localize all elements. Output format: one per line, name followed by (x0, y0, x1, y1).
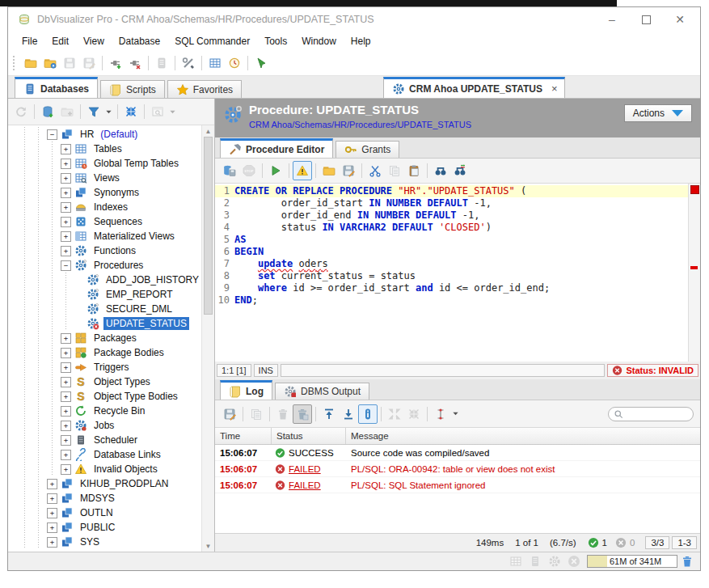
save-as-button[interactable] (339, 161, 358, 180)
column-status[interactable]: Status (272, 428, 346, 444)
tree-item-object-type-bodies[interactable]: +SObject Type Bodies (8, 389, 201, 404)
scroll-top-button[interactable] (319, 404, 339, 424)
memory-indicator[interactable]: 61M of 341M (587, 555, 677, 568)
refresh-button[interactable] (11, 102, 31, 121)
minimize-button[interactable]: – (595, 9, 629, 30)
tree-scrollbar[interactable]: ▲ ▼ (201, 125, 214, 552)
code-line-7[interactable]: 7 update oders (215, 258, 688, 270)
tree-item-indexes[interactable]: +Indexes (8, 200, 201, 214)
caret-down-button[interactable] (167, 102, 178, 121)
open-folder-settings-button[interactable] (40, 53, 60, 73)
tree-item-secure-dml[interactable]: SECURE_DML (8, 302, 201, 316)
log-row[interactable]: 15:06:07SUCCESSSource code was compiled/… (215, 445, 700, 461)
tree-expander-icon[interactable]: + (61, 450, 71, 460)
tree-item-outln[interactable]: +OUTLN (8, 506, 201, 520)
tree-expander-icon[interactable]: + (61, 406, 71, 417)
tab-favorites[interactable]: Favorites (167, 80, 242, 98)
tree-item-recycle-bin[interactable]: +Recycle Bin (8, 404, 201, 418)
code-line-6[interactable]: 6BEGIN (215, 246, 688, 258)
caret-down-button[interactable] (103, 102, 114, 121)
menu-view[interactable]: View (76, 33, 112, 49)
tree-expander-icon[interactable]: + (61, 435, 71, 446)
tree-expander-icon[interactable]: + (47, 493, 57, 504)
copy-button[interactable] (385, 161, 404, 180)
tree-item-triggers[interactable]: +Triggers (8, 360, 201, 374)
connect-button[interactable] (106, 53, 125, 73)
tree-item-kihub-prodplan[interactable]: +KIHUB_PRODPLAN (8, 476, 201, 491)
disconnect-button[interactable] (125, 53, 145, 73)
expand-button[interactable] (385, 404, 404, 424)
menu-edit[interactable]: Edit (44, 33, 76, 49)
scroll-bottom-button[interactable] (339, 404, 358, 424)
tree-item-global-temp-tables[interactable]: +Global Temp Tables (8, 156, 201, 171)
column-time[interactable]: Time (215, 428, 272, 444)
row-filter-button[interactable] (431, 404, 450, 424)
add-folder-button[interactable] (57, 102, 77, 121)
tree-expander-icon[interactable]: + (61, 246, 71, 256)
tree-item-functions[interactable]: +Functions (8, 243, 201, 258)
actions-button[interactable]: Actions (624, 104, 692, 122)
tree-item-procedures[interactable]: −Procedures (8, 258, 201, 273)
run-button[interactable] (266, 161, 285, 180)
find-replace-button[interactable] (450, 161, 470, 180)
tree-expander-icon[interactable]: + (61, 348, 71, 358)
tree-expander-icon[interactable]: + (47, 508, 57, 518)
error-marker-icon[interactable] (690, 185, 699, 194)
tree-expander-icon[interactable]: + (61, 421, 71, 431)
tree-item-object-types[interactable]: +SObject Types (8, 374, 201, 389)
scroll-down-icon[interactable]: ▼ (202, 540, 214, 552)
tree-item-tables[interactable]: +Tables (8, 142, 201, 156)
tab-close-icon[interactable]: × (551, 82, 558, 95)
tree-expander-icon[interactable]: + (61, 188, 71, 198)
tree-item-public[interactable]: +PUBLIC (8, 520, 201, 535)
tree-item-update-status[interactable]: UPDATE_STATUS (8, 316, 201, 331)
server-button[interactable] (152, 53, 171, 73)
code-line-10[interactable]: 10END; (215, 294, 688, 307)
tree-item-sys[interactable]: +SYS (8, 535, 201, 549)
garbage-collect-icon[interactable] (681, 555, 694, 568)
collapse-all-button[interactable] (121, 102, 141, 121)
save-procedure-button[interactable] (220, 161, 239, 180)
monitor-button[interactable] (225, 53, 244, 73)
x-circle-gray-button[interactable] (564, 552, 584, 571)
tree-item-jobs[interactable]: +Jobs (8, 418, 201, 433)
save-as-button[interactable] (79, 53, 99, 73)
tab-databases[interactable]: Databases (15, 77, 98, 98)
log-search-box[interactable] (608, 407, 694, 421)
tree-item-sequences[interactable]: +Sequences (8, 214, 201, 229)
open-folder-button[interactable] (21, 53, 40, 73)
tree-expander-icon[interactable]: + (61, 159, 71, 169)
tab-scripts[interactable]: Scripts (100, 80, 165, 98)
tree-item-emp-report[interactable]: EMP_REPORT (8, 287, 201, 302)
code-line-2[interactable]: 2 order_id_start IN NUMBER DEFAULT -1, (215, 197, 688, 209)
caret-down-button[interactable] (450, 404, 461, 424)
gear-gray-button[interactable] (545, 552, 564, 571)
tree-item-hr[interactable]: −HR(Default) (8, 127, 201, 142)
window-search-button[interactable] (148, 102, 167, 121)
run-cursor-button[interactable] (251, 53, 271, 73)
tree-item-materialized-views[interactable]: +Materialized Views (8, 229, 201, 243)
delete-button[interactable] (273, 404, 293, 424)
tree-expander-icon[interactable]: + (61, 377, 71, 387)
code-line-4[interactable]: 4 status IN VARCHAR2 DEFAULT 'CLOSED') (215, 222, 688, 234)
paste-button[interactable] (404, 161, 424, 180)
maximize-button[interactable] (629, 9, 663, 30)
toolbar-grip[interactable] (13, 56, 17, 70)
tree-expander-icon[interactable]: + (61, 217, 71, 227)
tree-expander-icon[interactable]: + (47, 479, 57, 489)
tree-expander-icon[interactable]: − (47, 129, 57, 140)
tree-expander-icon[interactable]: − (61, 260, 71, 271)
tab-crm-ahoa-update-status[interactable]: CRM Ahoa UPDATE_STATUS × (383, 77, 564, 98)
tree-expander-icon[interactable]: + (61, 464, 71, 475)
grid-window-button[interactable] (205, 53, 225, 73)
sql-code-editor[interactable]: 1CREATE OR REPLACE PROCEDURE "HR"."UPDAT… (215, 184, 700, 362)
tree-expander-icon[interactable]: + (47, 522, 57, 533)
cut-button[interactable] (365, 161, 385, 180)
tree-item-database-links[interactable]: +Database Links (8, 447, 201, 462)
tab-procedure-editor[interactable]: Procedure Editor (220, 138, 333, 158)
tree-item-mdsys[interactable]: +MDSYS (8, 491, 201, 506)
tree-expander-icon[interactable]: + (61, 231, 71, 242)
error-stripe[interactable] (688, 184, 700, 362)
search-input[interactable] (627, 408, 686, 420)
code-line-1[interactable]: 1CREATE OR REPLACE PROCEDURE "HR"."UPDAT… (215, 185, 688, 197)
